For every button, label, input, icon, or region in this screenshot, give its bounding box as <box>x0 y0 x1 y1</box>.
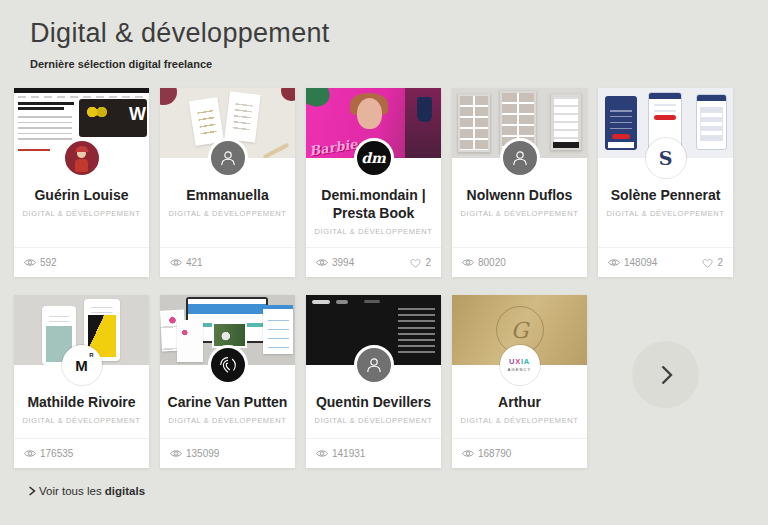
foliage-decoration <box>306 88 333 109</box>
dress-decoration <box>417 97 432 122</box>
freelancer-name: Demi.mondain | Presta Book <box>306 186 441 222</box>
see-all-text: Voir tous les digitals <box>39 485 145 497</box>
next-page-button[interactable] <box>632 341 699 408</box>
freelancer-card-quentin-devillers[interactable]: Quentin Devillers Digital & développemen… <box>306 295 441 468</box>
stationery-card <box>189 97 225 146</box>
views-stat: 141931 <box>316 448 365 459</box>
page-title: Digital & développement <box>30 18 330 49</box>
freelancer-name: Carine Van Putten <box>162 393 294 411</box>
red-button <box>654 115 676 120</box>
cards-row-1: W Guérin Louise Digital & développement … <box>14 88 733 277</box>
phone-header-bar <box>697 95 726 101</box>
avatar[interactable] <box>500 138 540 178</box>
avatar-monogram: dm <box>361 151 386 165</box>
views-count: 3994 <box>332 257 354 268</box>
avatar[interactable]: dm <box>354 138 394 178</box>
thumb-giftcard: W <box>79 99 147 137</box>
thumb-text-lines <box>18 116 72 142</box>
heart-icon <box>410 258 421 268</box>
freelancer-card-arthur[interactable]: G U X I A AGENCY Arthur Digital & dévelo… <box>452 295 587 468</box>
pencil-decoration <box>263 143 290 158</box>
card-footer: 141931 <box>306 438 441 468</box>
uxia-letter: A <box>524 358 530 366</box>
card-footer: 80020 <box>452 247 587 277</box>
gift-bow-icon <box>86 104 108 120</box>
thumb-website-nav <box>18 96 145 98</box>
views-count: 80020 <box>478 257 506 268</box>
freelancer-card-guerin-louise[interactable]: W Guérin Louise Digital & développement … <box>14 88 149 277</box>
views-count: 135099 <box>186 448 219 459</box>
likes-count: 2 <box>425 257 431 268</box>
avatar-monogram: S <box>659 147 673 169</box>
avatar[interactable] <box>208 345 248 385</box>
views-stat: 3994 <box>316 257 354 268</box>
freelancer-card-nolwenn-duflos[interactable]: Nolwenn Duflos Digital & développement 8… <box>452 88 587 277</box>
freelancer-name: Emmanuella <box>180 186 274 204</box>
views-stat: 421 <box>170 257 203 268</box>
card-footer: 3994 2 <box>306 247 441 277</box>
views-count: 168790 <box>478 448 511 459</box>
avatar[interactable]: U X I A AGENCY <box>500 345 540 385</box>
avatar[interactable]: M R <box>62 345 102 385</box>
views-stat: 168790 <box>462 448 511 459</box>
crest-monogram: G <box>511 318 529 343</box>
tablet-mockup <box>263 305 293 354</box>
editor-tab <box>312 300 330 304</box>
eye-icon <box>462 258 474 267</box>
phone-mockup <box>550 93 582 151</box>
views-count: 141931 <box>332 448 365 459</box>
freelancer-category: Digital & développement <box>23 416 141 425</box>
editor-tab <box>364 300 380 303</box>
stationery-card <box>224 91 261 142</box>
freelancer-name: Arthur <box>492 393 547 411</box>
phone-mockup <box>605 96 637 150</box>
freelancer-name: Mathilde Rivoire <box>21 393 141 411</box>
see-all-prefix: Voir tous les <box>39 485 105 497</box>
red-button <box>612 134 630 139</box>
avatar[interactable] <box>62 138 102 178</box>
flower-decoration <box>160 88 177 105</box>
likes-stat[interactable]: 2 <box>702 257 723 268</box>
see-all-digitals-link[interactable]: Voir tous les digitals <box>28 485 145 497</box>
chevron-right-icon <box>28 486 36 496</box>
person-icon <box>364 355 384 375</box>
views-count: 176535 <box>40 448 73 459</box>
see-all-bold: digitals <box>105 485 145 497</box>
heart-icon <box>702 258 713 268</box>
eye-icon <box>170 258 182 267</box>
code-panel <box>391 308 435 358</box>
portrait-face <box>357 98 382 129</box>
flower-decoration <box>281 88 295 101</box>
avatar[interactable] <box>354 345 394 385</box>
freelancer-card-carine-van-putten[interactable]: Carine Van Putten Digital & développemen… <box>160 295 295 468</box>
freelancer-category: Digital & développement <box>607 209 725 218</box>
uxia-logo: U X I A <box>509 358 530 366</box>
eye-icon <box>316 449 328 458</box>
freelancer-card-mathilde-rivoire[interactable]: M R Mathilde Rivoire Digital & développe… <box>14 295 149 468</box>
eye-icon <box>316 258 328 267</box>
phone-footer-strip <box>608 142 634 148</box>
phone-header-bar <box>649 93 681 99</box>
section-header: Digital & développement Dernière sélecti… <box>30 18 330 70</box>
views-count: 148094 <box>624 257 657 268</box>
eye-icon <box>24 449 36 458</box>
cartoon-hat-icon <box>75 146 88 152</box>
thumb-link-line <box>18 149 50 151</box>
views-stat: 176535 <box>24 448 73 459</box>
cartoon-coat-icon <box>75 159 88 172</box>
card-footer: 148094 2 <box>598 247 733 277</box>
editor-tab <box>336 300 348 304</box>
freelancer-name: Solène Pennerat <box>605 186 727 204</box>
avatar[interactable]: S <box>646 138 686 178</box>
fingerprint-icon <box>217 354 239 376</box>
views-count: 421 <box>186 257 203 268</box>
freelancer-card-emmanuella[interactable]: Emmanuella Digital & développement 421 <box>160 88 295 277</box>
avatar[interactable] <box>208 138 248 178</box>
freelancer-category: Digital & développement <box>169 209 287 218</box>
likes-stat[interactable]: 2 <box>410 257 431 268</box>
eye-icon <box>462 449 474 458</box>
freelancer-card-demi-mondain[interactable]: Barbie dm Demi.mondain | Presta Book Dig… <box>306 88 441 277</box>
form-fields <box>700 107 723 141</box>
freelancer-card-solene-pennerat[interactable]: S Solène Pennerat Digital & développemen… <box>598 88 733 277</box>
card-footer: 135099 <box>160 438 295 468</box>
